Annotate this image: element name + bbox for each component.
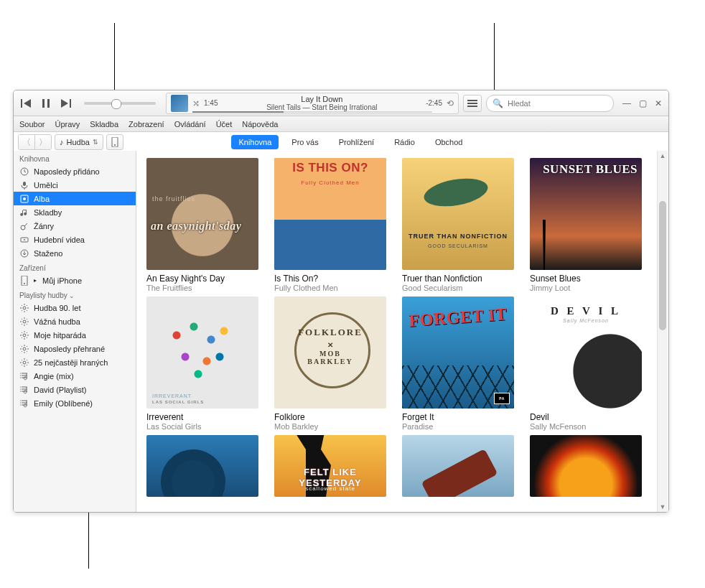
- album-card[interactable]: D E V I LSally McFensonDevilSally McFens…: [530, 297, 642, 431]
- minimize-button[interactable]: —: [622, 99, 631, 108]
- repeat-icon[interactable]: ⟲: [447, 98, 454, 108]
- sidebar-item-playlist[interactable]: Emily (Oblíbené): [14, 396, 136, 410]
- album-cover[interactable]: SUNSET BLUES: [530, 158, 642, 270]
- sidebar-item-library[interactable]: Naposledy přidáno: [14, 164, 136, 178]
- pause-button[interactable]: [38, 95, 54, 111]
- album-card[interactable]: [402, 435, 514, 497]
- album-card[interactable]: SUNSET BLUESSunset BluesJimmy Loot: [530, 158, 642, 292]
- tab-for-you[interactable]: Pro vás: [284, 135, 325, 149]
- next-button[interactable]: [58, 95, 74, 111]
- close-button[interactable]: ✕: [654, 99, 663, 108]
- album-card[interactable]: TRUER THAN NONFICTIONGOOD SECULARISMTrue…: [402, 158, 514, 292]
- album-card[interactable]: FELT LIKE YESTERDAYscallowed state: [274, 435, 386, 497]
- album-card[interactable]: [530, 435, 642, 497]
- now-playing-display[interactable]: ⤭ 1:45 Lay It Down Silent Tails — Start …: [166, 93, 459, 114]
- clock-icon: [19, 167, 29, 177]
- menu-bar: Soubor Úpravy Skladba Zobrazení Ovládání…: [14, 116, 668, 132]
- album-card[interactable]: FORGET ITPAForget ItParadise: [402, 297, 514, 431]
- sidebar-item-playlist[interactable]: 25 nejčastěji hraných: [14, 355, 136, 369]
- nav-tabs: Knihovna Pro vás Prohlížení Rádio Obchod: [126, 135, 575, 149]
- forward-button[interactable]: 〉: [34, 135, 51, 149]
- device-button[interactable]: [106, 134, 123, 150]
- sidebar-item-label: Moje hitparáda: [34, 331, 86, 340]
- scroll-down-icon[interactable]: ▼: [658, 502, 668, 512]
- menu-item[interactable]: Účet: [216, 120, 233, 129]
- sidebar-item-playlist[interactable]: Moje hitparáda: [14, 328, 136, 342]
- note-icon: [19, 207, 29, 218]
- album-title: Folklore: [274, 412, 386, 422]
- album-card[interactable]: IS THIS ON?Fully Clothed MenIs This On?F…: [274, 158, 386, 292]
- album-cover[interactable]: D E V I LSally McFenson: [530, 297, 642, 409]
- previous-button[interactable]: [18, 95, 34, 111]
- search-field[interactable]: 🔍: [486, 95, 614, 112]
- svg-point-14: [23, 347, 26, 350]
- album-cover[interactable]: FELT LIKE YESTERDAYscallowed state: [274, 435, 386, 497]
- up-next-button[interactable]: [463, 95, 482, 112]
- sidebar-item-playlist[interactable]: Angie (mix): [14, 369, 136, 383]
- album-cover[interactable]: [146, 435, 258, 497]
- svg-point-10: [24, 283, 25, 284]
- menu-item[interactable]: Skladba: [90, 120, 118, 129]
- album-cover[interactable]: FOLKLORE✕MOBBARKLEY: [274, 297, 386, 409]
- phone-icon: [19, 276, 29, 286]
- menu-item[interactable]: Soubor: [19, 120, 45, 129]
- sidebar-item-library[interactable]: Skladby: [14, 205, 136, 219]
- remaining-time: -2:45: [426, 99, 442, 107]
- sidebar-item-label: Žánry: [34, 222, 54, 230]
- album-title: Sunset Blues: [530, 274, 642, 284]
- tab-library[interactable]: Knihovna: [231, 135, 279, 149]
- tab-browse[interactable]: Prohlížení: [332, 135, 382, 149]
- album-card[interactable]: the fruitfliesan easynight'sdayAn Easy N…: [146, 158, 258, 292]
- album-grid[interactable]: the fruitfliesan easynight'sdayAn Easy N…: [136, 151, 668, 512]
- menu-item[interactable]: Úpravy: [55, 120, 80, 129]
- album-cover[interactable]: IRREVERANTLAS SOCIAL GIRLS: [146, 297, 258, 409]
- sidebar-item-playlist[interactable]: Vážná hudba: [14, 314, 136, 328]
- album-card[interactable]: IRREVERANTLAS SOCIAL GIRLSIrreverentLas …: [146, 297, 258, 431]
- back-button[interactable]: 〈: [19, 135, 34, 149]
- chevron-updown-icon: ⇅: [93, 139, 98, 146]
- sidebar-item-playlist[interactable]: David (Playlist): [14, 383, 136, 396]
- sidebar-header-library: Knihovna: [14, 151, 136, 164]
- sidebar-item-library[interactable]: Žánry: [14, 219, 136, 233]
- album-cover[interactable]: IS THIS ON?Fully Clothed Men: [274, 158, 386, 270]
- shuffle-icon[interactable]: ⤭: [192, 98, 200, 108]
- sidebar-item-playlist[interactable]: Naposledy přehrané: [14, 342, 136, 355]
- gear-icon: [19, 317, 29, 327]
- search-input[interactable]: [506, 98, 608, 108]
- scroll-up-icon[interactable]: ▲: [658, 151, 668, 161]
- sidebar-item-label: Naposledy přehrané: [34, 345, 105, 353]
- gear-icon: [19, 358, 29, 368]
- album-artist: Fully Clothed Men: [274, 284, 386, 292]
- chevron-down-icon[interactable]: ⌄: [69, 292, 75, 299]
- sidebar-item-playlist[interactable]: Hudba 90. let: [14, 301, 136, 314]
- gear-icon: [19, 303, 29, 313]
- album-cover[interactable]: [402, 435, 514, 497]
- album-cover[interactable]: the fruitfliesan easynight'sday: [146, 158, 258, 270]
- scrollbar-thumb[interactable]: [659, 201, 666, 330]
- sidebar-item-library[interactable]: Alba: [14, 192, 136, 205]
- volume-slider[interactable]: [84, 102, 156, 105]
- album-card[interactable]: FOLKLORE✕MOBBARKLEYFolkloreMob Barkley: [274, 297, 386, 431]
- album-card[interactable]: [146, 435, 258, 497]
- sidebar: Knihovna Naposledy přidánoUmělciAlbaSkla…: [14, 151, 136, 512]
- media-type-select[interactable]: ♪ Hudba ⇅: [55, 134, 103, 150]
- tab-store[interactable]: Obchod: [428, 135, 470, 149]
- sidebar-item-device[interactable]: ▸Můj iPhone: [14, 274, 136, 287]
- menu-item[interactable]: Zobrazení: [129, 120, 164, 129]
- sidebar-item-label: Můj iPhone: [42, 276, 82, 285]
- album-cover[interactable]: [530, 435, 642, 497]
- menu-item[interactable]: Ovládání: [174, 120, 206, 129]
- list-icon: [19, 385, 29, 395]
- maximize-button[interactable]: ▢: [638, 99, 647, 108]
- guitar-icon: [19, 221, 29, 231]
- album-cover[interactable]: TRUER THAN NONFICTIONGOOD SECULARISM: [402, 158, 514, 270]
- scrollbar[interactable]: ▲ ▼: [657, 151, 668, 512]
- callout-line: [88, 511, 89, 569]
- menu-item[interactable]: Nápověda: [242, 120, 278, 129]
- album-cover[interactable]: FORGET ITPA: [402, 297, 514, 409]
- sidebar-item-library[interactable]: Staženo: [14, 246, 136, 260]
- list-icon: [19, 371, 29, 381]
- sidebar-item-library[interactable]: Hudební videa: [14, 233, 136, 246]
- tab-radio[interactable]: Rádio: [387, 135, 422, 149]
- sidebar-item-library[interactable]: Umělci: [14, 178, 136, 192]
